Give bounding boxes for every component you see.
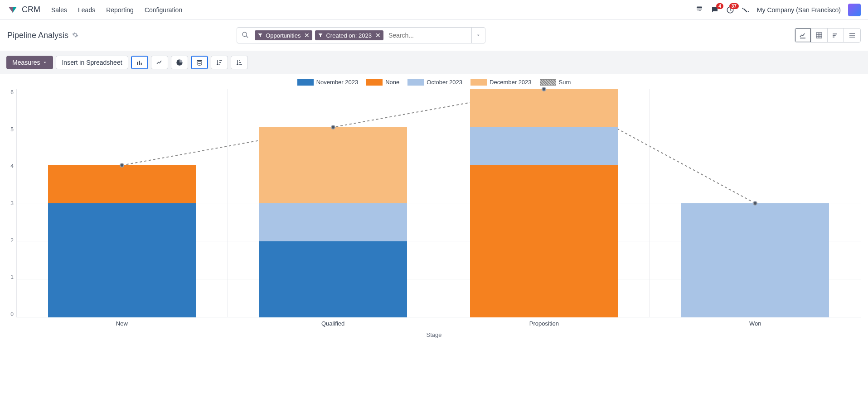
grid-line bbox=[228, 89, 228, 317]
graph-toolbar: Measures Insert in Spreadsheet bbox=[0, 51, 868, 74]
app-logo bbox=[7, 5, 18, 15]
svg-rect-4 bbox=[833, 35, 836, 36]
x-tick: Won bbox=[650, 320, 861, 327]
chart-area: November 2023 None October 2023 December… bbox=[0, 74, 868, 345]
chart-type-pie[interactable] bbox=[171, 56, 188, 69]
gear-icon[interactable] bbox=[72, 31, 78, 40]
call-icon[interactable] bbox=[695, 6, 703, 14]
x-tick: Proposition bbox=[439, 320, 650, 327]
legend-swatch bbox=[540, 79, 556, 86]
plot-wrap: 6543210 bbox=[7, 89, 861, 317]
search-dropdown[interactable] bbox=[471, 28, 485, 43]
search-wrap: Opportunities ✕ Created on: 2023 ✕ bbox=[237, 27, 485, 43]
y-tick: 3 bbox=[10, 200, 14, 206]
svg-rect-2 bbox=[816, 33, 822, 38]
svg-point-1 bbox=[242, 32, 247, 36]
nav-leads[interactable]: Leads bbox=[78, 6, 95, 14]
search-input[interactable] bbox=[385, 32, 471, 39]
svg-rect-8 bbox=[141, 63, 141, 65]
legend-item[interactable]: Sum bbox=[540, 79, 571, 86]
view-cohort[interactable] bbox=[828, 29, 844, 42]
nav-sales[interactable]: Sales bbox=[51, 6, 67, 14]
legend-item[interactable]: November 2023 bbox=[297, 79, 359, 86]
filter-icon bbox=[318, 33, 323, 38]
svg-rect-6 bbox=[137, 62, 138, 65]
messages-icon[interactable]: 4 bbox=[711, 6, 719, 14]
bar-column bbox=[470, 89, 618, 317]
bar-column bbox=[681, 203, 829, 317]
app-name[interactable]: CRM bbox=[22, 5, 40, 14]
legend-swatch bbox=[407, 79, 424, 86]
facet-label: Opportunities bbox=[266, 32, 301, 39]
bar-segment[interactable] bbox=[681, 203, 829, 317]
bar-segment[interactable] bbox=[259, 241, 407, 317]
measures-label: Measures bbox=[12, 59, 40, 66]
bar-segment[interactable] bbox=[470, 127, 618, 165]
grid-line bbox=[16, 89, 17, 317]
bar-segment[interactable] bbox=[259, 127, 407, 203]
company-selector[interactable]: My Company (San Francisco) bbox=[757, 6, 841, 14]
y-axis: 6543210 bbox=[7, 89, 16, 317]
sum-point[interactable] bbox=[542, 87, 546, 91]
nav-configuration[interactable]: Configuration bbox=[145, 6, 182, 14]
filter-facet-opportunities: Opportunities ✕ bbox=[255, 30, 312, 40]
filter-icon bbox=[257, 33, 263, 38]
breadcrumb: Pipeline Analysis bbox=[7, 31, 78, 40]
view-graph[interactable] bbox=[795, 29, 811, 42]
svg-point-9 bbox=[197, 60, 202, 62]
x-tick: Qualified bbox=[228, 320, 439, 327]
y-tick: 6 bbox=[10, 89, 14, 96]
y-tick: 0 bbox=[10, 311, 14, 317]
sum-point[interactable] bbox=[753, 201, 757, 206]
y-tick: 4 bbox=[10, 163, 14, 169]
sum-point[interactable] bbox=[120, 163, 124, 168]
activities-icon[interactable]: 37 bbox=[726, 6, 734, 14]
sum-point[interactable] bbox=[331, 125, 335, 129]
grid-line bbox=[439, 89, 439, 317]
view-list[interactable] bbox=[844, 29, 860, 42]
debug-icon[interactable] bbox=[742, 6, 750, 14]
y-tick: 5 bbox=[10, 126, 14, 133]
grid-line bbox=[650, 89, 650, 317]
nav-right: 4 37 My Company (San Francisco) bbox=[695, 4, 861, 16]
legend-item[interactable]: None bbox=[366, 79, 399, 86]
bar-segment[interactable] bbox=[470, 89, 618, 127]
plot bbox=[16, 89, 861, 317]
legend-item[interactable]: December 2023 bbox=[470, 79, 532, 86]
y-tick: 1 bbox=[10, 274, 14, 280]
facet-label: Created on: 2023 bbox=[326, 32, 371, 39]
nav-reporting[interactable]: Reporting bbox=[106, 6, 134, 14]
control-panel: Pipeline Analysis Opportunities ✕ Create… bbox=[0, 20, 868, 51]
chart-type-line[interactable] bbox=[151, 56, 168, 69]
x-tick: New bbox=[16, 320, 228, 327]
y-tick: 2 bbox=[10, 237, 14, 244]
legend-swatch bbox=[297, 79, 314, 86]
chart-type-bar[interactable] bbox=[131, 56, 148, 69]
chart-stacked-toggle[interactable] bbox=[191, 56, 208, 69]
nav-menu: Sales Leads Reporting Configuration bbox=[51, 6, 182, 14]
top-nav: CRM Sales Leads Reporting Configuration … bbox=[0, 0, 868, 20]
view-pivot[interactable] bbox=[811, 29, 828, 42]
bar-segment[interactable] bbox=[259, 203, 407, 241]
legend-swatch bbox=[366, 79, 383, 86]
legend-swatch bbox=[470, 79, 487, 86]
activities-badge: 37 bbox=[729, 3, 739, 9]
legend-item[interactable]: October 2023 bbox=[407, 79, 462, 86]
close-icon[interactable]: ✕ bbox=[304, 32, 310, 39]
sort-asc-button[interactable] bbox=[231, 56, 248, 69]
measures-button[interactable]: Measures bbox=[6, 56, 53, 69]
close-icon[interactable]: ✕ bbox=[375, 32, 381, 39]
insert-spreadsheet-button[interactable]: Insert in Spreadsheet bbox=[56, 56, 128, 69]
filter-facet-created-on: Created on: 2023 ✕ bbox=[315, 30, 383, 40]
svg-rect-3 bbox=[833, 34, 837, 34]
bar-segment[interactable] bbox=[470, 165, 618, 317]
user-avatar[interactable] bbox=[848, 4, 861, 16]
x-axis-label: Stage bbox=[7, 331, 861, 338]
bar-segment[interactable] bbox=[48, 203, 196, 317]
insert-label: Insert in Spreadsheet bbox=[62, 59, 122, 66]
view-switcher bbox=[795, 28, 861, 43]
messages-badge: 4 bbox=[716, 3, 723, 9]
search-icon[interactable] bbox=[237, 31, 253, 40]
bar-segment[interactable] bbox=[48, 165, 196, 203]
sort-desc-button[interactable] bbox=[211, 56, 228, 69]
